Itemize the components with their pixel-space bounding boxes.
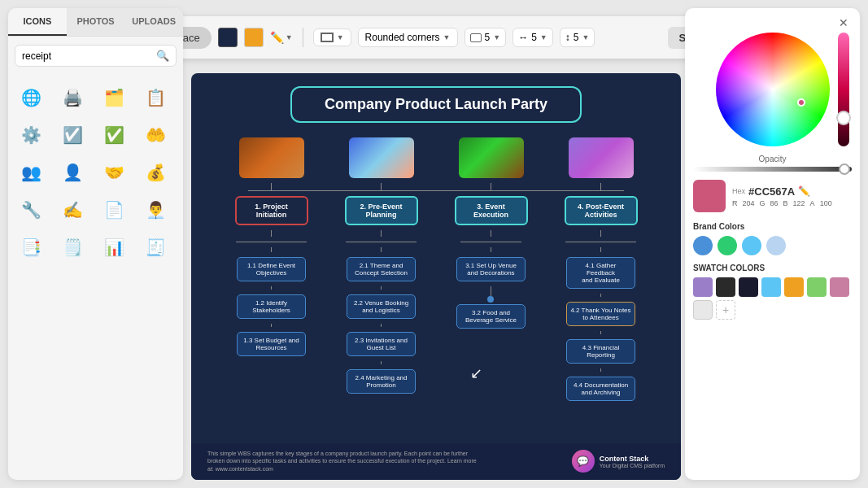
edit-icon[interactable]: ✏️	[798, 185, 810, 197]
swatch-item[interactable]	[716, 277, 735, 297]
sub-node[interactable]: 2.2 Venue Bookingand Logistics	[347, 294, 416, 319]
list-item[interactable]: ⚙️	[15, 119, 47, 151]
list-item[interactable]: ✅	[98, 119, 131, 151]
swatch-item[interactable]	[807, 277, 827, 297]
connector	[491, 286, 491, 299]
swatch-add-button[interactable]: +	[716, 300, 735, 320]
tool-selector[interactable]: ✏️ ▼	[270, 31, 293, 44]
connector	[491, 230, 491, 237]
search-input[interactable]	[22, 50, 151, 62]
left-panel-tabs: ICONS PHOTOS UPLOADS	[8, 8, 183, 37]
connector	[600, 294, 601, 297]
left-panel: ICONS PHOTOS UPLOADS 🔍 🌐 🖨️ 🗂️ 📋 ⚙️ ☑️ ✅…	[8, 8, 183, 480]
a-value: 100	[820, 199, 832, 207]
opacity-knob[interactable]	[839, 163, 850, 175]
color-picker-dark[interactable]	[218, 28, 238, 47]
wbs-columns: 1. ProjectInitiation 1.1 Define EventObj…	[204, 137, 668, 401]
b-value: 122	[793, 199, 805, 207]
sub-node[interactable]: 3.1 Set Up Venueand Decorations	[456, 257, 526, 281]
list-item[interactable]: 🤲	[140, 119, 172, 151]
swatch-item[interactable]	[761, 277, 781, 297]
col1-main-node[interactable]: 1. ProjectInitiation	[235, 196, 308, 225]
list-item[interactable]: 🗒️	[56, 231, 89, 264]
color-picker-orange[interactable]	[244, 28, 264, 47]
corners-select[interactable]: Rounded corners ▼	[358, 28, 458, 47]
swatch-item[interactable]	[693, 300, 713, 320]
diagram-title: Company Product Launch Party	[290, 86, 582, 123]
size1-select[interactable]: 5 ▼	[465, 28, 507, 47]
list-item[interactable]: 🔧	[15, 194, 47, 226]
icon-grid: 🌐 🖨️ 🗂️ 📋 ⚙️ ☑️ ✅ 🤲 👥 👤 🤝 💰 🔧 ✍️ 📄 👨‍💼 📑…	[8, 75, 183, 270]
hex-value[interactable]: #CC567A	[748, 185, 795, 198]
brand-color-dots	[693, 236, 852, 255]
list-item[interactable]: 🤝	[98, 156, 131, 189]
list-item[interactable]: 💰	[140, 156, 172, 189]
swatch-item[interactable]	[693, 277, 713, 297]
brand-sub: Your Digital CMS platform	[600, 463, 665, 468]
brand-color-dot[interactable]	[766, 236, 786, 255]
list-item[interactable]: ✍️	[56, 194, 89, 226]
diagram-title-container: Company Product Launch Party	[191, 73, 681, 129]
swatch-item[interactable]	[784, 277, 804, 297]
connector	[381, 230, 382, 237]
brightness-knob[interactable]	[836, 111, 851, 125]
brand-colors-section: Brand Colors	[693, 222, 852, 255]
sub-node[interactable]: 2.3 Invitations andGuest List	[347, 332, 416, 356]
sub-node[interactable]: 1.3 Set Budget andResources	[237, 332, 306, 356]
list-item[interactable]: 👤	[56, 156, 89, 189]
col4-main-node[interactable]: 4. Post-EventActivities	[565, 196, 638, 225]
col2-main-node[interactable]: 2. Pre-EventPlanning	[345, 196, 418, 225]
col3-main-node[interactable]: 3. EventExecution	[455, 196, 528, 225]
sub-node[interactable]: 4.4 Documentationand Archiving	[566, 377, 635, 401]
sub-node[interactable]: 1.1 Define EventObjectives	[237, 257, 306, 281]
list-item[interactable]: 📑	[15, 231, 47, 264]
r-label: R	[732, 199, 738, 207]
size3-select[interactable]: ↕ 5 ▼	[560, 28, 595, 47]
brightness-slider-container	[838, 33, 854, 146]
list-item[interactable]: 🗂️	[98, 81, 131, 114]
sub-node[interactable]: 1.2 IdentifyStakeholders	[237, 294, 306, 319]
swatch-colors-title: SWATCH COLORS	[693, 264, 852, 272]
sub-node[interactable]: 4.2 Thank You Notesto Attendees	[566, 302, 635, 326]
brand-name: Content Stack	[600, 455, 665, 463]
list-item[interactable]: 👥	[15, 156, 47, 189]
sub-node[interactable]: 4.3 FinancialReporting	[566, 339, 635, 364]
sub-node[interactable]: 3.2 Food andBeverage Service	[456, 304, 526, 329]
list-item[interactable]: 👨‍💼	[140, 194, 172, 226]
list-item[interactable]: 📊	[98, 231, 131, 264]
list-item[interactable]: 📋	[140, 81, 172, 114]
hex-color-preview[interactable]	[693, 180, 726, 212]
tab-uploads[interactable]: UPLOADS	[124, 8, 183, 36]
brand-color-dot[interactable]	[693, 236, 713, 255]
shape-select[interactable]: ▼	[313, 28, 351, 46]
g-value: 86	[770, 199, 779, 207]
connector	[381, 183, 382, 191]
brand-colors-title: Brand Colors	[693, 222, 852, 231]
list-item[interactable]: 🖨️	[56, 81, 89, 114]
opacity-slider[interactable]	[693, 167, 852, 172]
swatch-item[interactable]	[739, 277, 758, 297]
list-item[interactable]: ☑️	[56, 119, 89, 151]
brightness-slider[interactable]	[838, 33, 849, 146]
hex-label: Hex	[732, 187, 745, 195]
tab-icons[interactable]: ICONS	[8, 8, 67, 36]
size2-select[interactable]: ↔ 5 ▼	[513, 28, 553, 47]
divider1	[303, 28, 303, 47]
connector	[600, 230, 601, 237]
wbs-col-4: 4. Post-EventActivities 4.1 Gather Feedb…	[550, 137, 652, 401]
sub-node[interactable]: 4.1 Gather Feedbackand Evaluate	[566, 257, 635, 289]
list-item[interactable]: 📄	[98, 194, 131, 226]
connector	[491, 183, 491, 191]
sub-node[interactable]: 2.1 Theme andConcept Selection	[347, 257, 416, 281]
swatch-section: SWATCH COLORS +	[693, 264, 852, 320]
tab-photos[interactable]: PHOTOS	[67, 8, 125, 36]
list-item[interactable]: 🧾	[140, 231, 172, 264]
swatch-item[interactable]	[830, 277, 849, 297]
list-item[interactable]: 🌐	[15, 81, 47, 114]
brand-color-dot[interactable]	[742, 236, 761, 255]
brand-color-dot[interactable]	[718, 236, 737, 255]
color-wheel-container[interactable]	[716, 33, 830, 146]
opacity-section: Opacity	[693, 155, 852, 172]
connector	[271, 247, 272, 252]
sub-node[interactable]: 2.4 Marketing andPromotion	[347, 369, 416, 394]
